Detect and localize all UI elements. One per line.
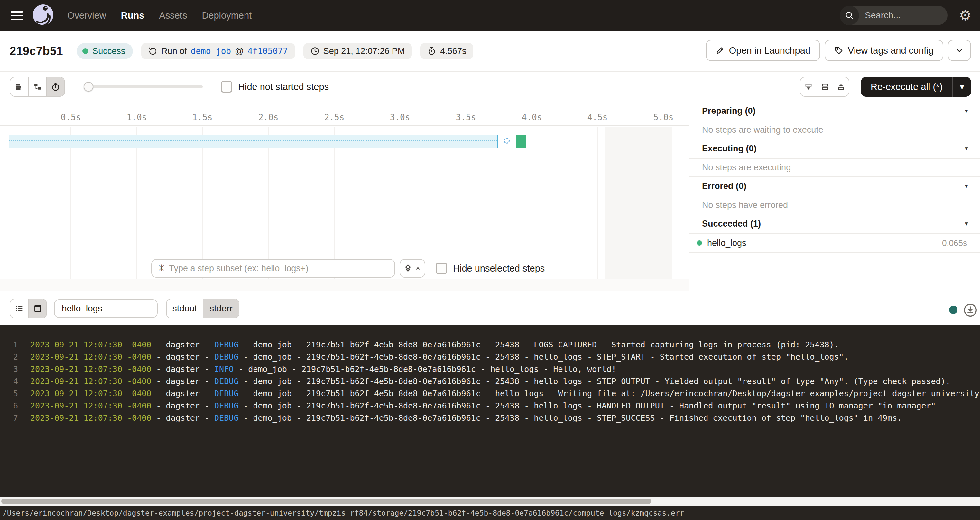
step-duration: 0.065s bbox=[942, 238, 967, 248]
gridline bbox=[531, 127, 532, 279]
gridline bbox=[137, 127, 137, 279]
search-icon bbox=[840, 6, 859, 25]
axis-tick: 2.5s bbox=[324, 113, 345, 122]
section-executing[interactable]: Executing (0) ▼ bbox=[689, 139, 980, 159]
log-lines: 12023-09-21 12:07:30 -0400 - dagster - D… bbox=[0, 339, 980, 424]
list-icon bbox=[15, 304, 24, 313]
tab-stderr[interactable]: stderr bbox=[203, 299, 239, 318]
panel-layout-group bbox=[800, 77, 850, 97]
gantt-zoom-slider[interactable] bbox=[84, 78, 203, 96]
expand-top-panel-button[interactable] bbox=[833, 78, 849, 96]
start-time-tag: Sep 21, 12:07:26 PM bbox=[303, 43, 412, 59]
layers-icon bbox=[403, 263, 413, 273]
download-logs-button[interactable] bbox=[963, 303, 977, 317]
clock-icon bbox=[310, 47, 320, 55]
slider-knob[interactable] bbox=[84, 82, 93, 92]
expand-bottom-panel-button[interactable] bbox=[800, 78, 816, 96]
stopwatch-icon bbox=[427, 47, 436, 55]
log-toolbar: stdout stderr bbox=[0, 292, 980, 325]
settings-gear-icon[interactable]: ⚙ bbox=[959, 8, 972, 23]
slider-track[interactable] bbox=[84, 86, 203, 88]
tag-icon bbox=[834, 46, 843, 55]
log-line: 52023-09-21 12:07:30 -0400 - dagster - D… bbox=[0, 388, 980, 400]
run-of-tag: Run of demo_job @ 4f105077 bbox=[141, 43, 295, 59]
reexecute-all-button[interactable]: Re-execute all (*) ▾ bbox=[861, 77, 971, 97]
step-subset-input[interactable] bbox=[169, 263, 389, 274]
view-tags-config-button[interactable]: View tags and config bbox=[825, 40, 943, 61]
nav-overview[interactable]: Overview bbox=[67, 10, 106, 21]
nav-assets[interactable]: Assets bbox=[159, 10, 187, 21]
succeeded-step-row[interactable]: hello_logs 0.065s bbox=[689, 234, 980, 253]
log-stream-tabs: stdout stderr bbox=[166, 298, 239, 319]
step-waiting-dotted-line bbox=[9, 140, 497, 141]
step-bar-hello-logs[interactable] bbox=[516, 135, 527, 148]
run-actions-dropdown-button[interactable] bbox=[948, 40, 971, 61]
chevron-down-icon bbox=[955, 46, 964, 55]
section-preparing-empty: No steps are waiting to execute bbox=[689, 121, 980, 139]
nav-runs[interactable]: Runs bbox=[121, 10, 145, 21]
section-succeeded[interactable]: Succeeded (1) ▼ bbox=[689, 214, 980, 234]
gridline bbox=[202, 127, 203, 279]
axis-tick: 2.0s bbox=[258, 113, 278, 122]
structured-log-view-button[interactable] bbox=[10, 299, 28, 318]
status-badge: Success bbox=[76, 43, 133, 59]
raw-log-view-button[interactable] bbox=[28, 299, 46, 318]
timed-view-button[interactable] bbox=[46, 78, 64, 96]
log-line: 12023-09-21 12:07:30 -0400 - dagster - D… bbox=[0, 339, 980, 351]
axis-tick: 0.5s bbox=[61, 113, 81, 122]
global-search[interactable]: / bbox=[840, 6, 948, 25]
section-executing-empty: No steps are executing bbox=[689, 159, 980, 177]
split-panels-button[interactable] bbox=[816, 78, 833, 96]
section-collapse-icon[interactable]: ▼ bbox=[964, 146, 969, 152]
step-status-panel: Preparing (0) ▼ No steps are waiting to … bbox=[689, 101, 980, 291]
log-line: 32023-09-21 12:07:30 -0400 - dagster - I… bbox=[0, 363, 980, 376]
job-link[interactable]: demo_job bbox=[191, 46, 231, 56]
timed-view-stopwatch-icon bbox=[51, 82, 60, 92]
gantt-chart: 0.5s 1.0s 1.5s 2.0s 2.5s 3.0s 3.5s 4.0s … bbox=[0, 101, 689, 291]
search-input[interactable] bbox=[859, 10, 948, 21]
section-preparing[interactable]: Preparing (0) ▼ bbox=[689, 101, 980, 121]
hide-not-started-checkbox[interactable] bbox=[221, 81, 232, 93]
log-line: 72023-09-21 12:07:30 -0400 - dagster - D… bbox=[0, 412, 980, 424]
hide-not-started-label: Hide not started steps bbox=[238, 82, 329, 92]
axis-tick: 1.0s bbox=[127, 113, 147, 122]
axis-tick: 5.0s bbox=[654, 113, 674, 122]
log-capture-status-dot bbox=[949, 306, 958, 314]
op-selector-icon: ✳ bbox=[158, 264, 165, 273]
dagster-logo-icon[interactable] bbox=[32, 4, 54, 27]
scrollbar-thumb[interactable] bbox=[1, 499, 651, 504]
log-line: 22023-09-21 12:07:30 -0400 - dagster - D… bbox=[0, 351, 980, 363]
section-collapse-icon[interactable]: ▼ bbox=[964, 183, 969, 190]
history-icon bbox=[148, 47, 158, 55]
run-header-actions: Open in Launchpad View tags and config bbox=[706, 40, 971, 61]
open-in-launchpad-button[interactable]: Open in Launchpad bbox=[706, 40, 820, 61]
tab-stdout[interactable]: stdout bbox=[167, 299, 203, 318]
gantt-toolbar: Hide not started steps Re-execute all (*… bbox=[0, 72, 980, 101]
snapshot-link[interactable]: 4f105077 bbox=[247, 46, 288, 56]
top-nav: Overview Runs Assets Deployment / ⚙ bbox=[0, 0, 980, 31]
axis-tick: 3.5s bbox=[456, 113, 476, 122]
hide-unselected-checkbox[interactable] bbox=[436, 263, 447, 274]
graph-query-options-button[interactable] bbox=[399, 259, 425, 278]
section-collapse-icon[interactable]: ▼ bbox=[964, 221, 969, 227]
hamburger-menu-icon[interactable] bbox=[11, 11, 23, 20]
raw-log-viewer[interactable]: 12023-09-21 12:07:30 -0400 - dagster - D… bbox=[0, 325, 980, 496]
log-step-filter-input[interactable] bbox=[54, 299, 158, 318]
flat-view-button[interactable] bbox=[10, 78, 28, 96]
axis-tick: 4.5s bbox=[587, 113, 608, 122]
log-horizontal-scrollbar[interactable] bbox=[0, 496, 980, 506]
log-line: 42023-09-21 12:07:30 -0400 - dagster - D… bbox=[0, 376, 980, 388]
section-errored[interactable]: Errored (0) ▼ bbox=[689, 177, 980, 197]
step-success-dot-icon bbox=[697, 240, 702, 246]
axis-tick: 3.0s bbox=[390, 113, 410, 122]
gantt-view-mode-group bbox=[10, 77, 65, 97]
section-collapse-icon[interactable]: ▼ bbox=[964, 108, 969, 114]
pencil-icon bbox=[716, 46, 725, 55]
reexecute-dropdown-caret-icon[interactable]: ▾ bbox=[953, 82, 971, 92]
log-file-status-bar: /Users/erincochran/Desktop/dagster-examp… bbox=[0, 506, 980, 520]
nav-deployment[interactable]: Deployment bbox=[202, 10, 251, 21]
run-header: 219c7b51 Success Run of demo_job @ 4f105… bbox=[0, 31, 980, 72]
step-marker-circle bbox=[504, 138, 510, 144]
waterfall-view-button[interactable] bbox=[28, 78, 46, 96]
dagster-run-page: Overview Runs Assets Deployment / ⚙ 219c… bbox=[0, 0, 980, 520]
